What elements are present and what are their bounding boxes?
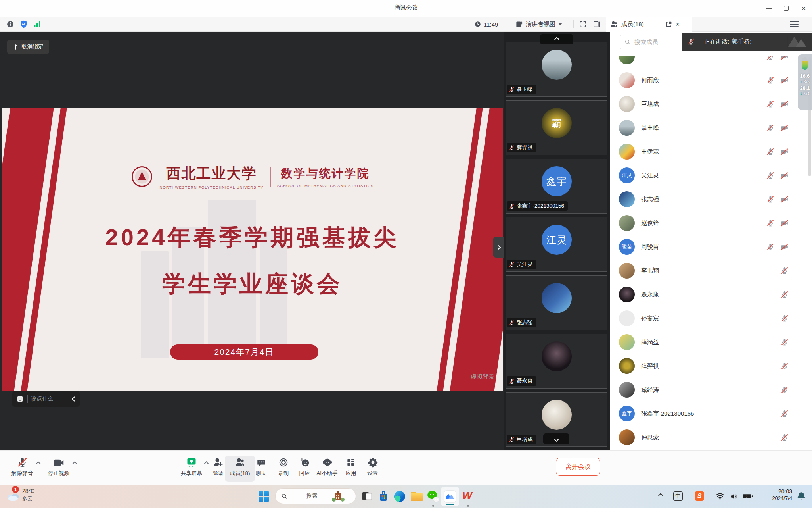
member-row[interactable] <box>610 56 807 68</box>
member-row[interactable]: 仲思蒙 <box>610 425 807 448</box>
members-panel-tab[interactable]: 成员(18) × <box>606 17 692 32</box>
volume-status[interactable] <box>730 493 739 500</box>
member-row[interactable]: 张志强 <box>610 187 807 211</box>
member-row[interactable]: 江灵 吴江灵 <box>610 164 807 187</box>
expand-thumbnails-button[interactable] <box>493 237 504 258</box>
member-name: 巨培成 <box>641 92 659 116</box>
member-camera-off-icon[interactable] <box>780 243 789 251</box>
meeting-info-icon[interactable] <box>6 20 14 28</box>
member-row[interactable]: 聂永康 <box>610 283 807 306</box>
start-button[interactable] <box>259 491 269 502</box>
member-row[interactable]: 赵俊锋 <box>610 211 807 235</box>
member-camera-off-icon[interactable] <box>780 100 789 108</box>
video-tile[interactable]: 江灵 吴江灵 <box>506 217 607 272</box>
member-row[interactable]: 骏苗 周骏苗 <box>610 235 807 259</box>
video-tile[interactable]: 聂玉峰 <box>506 42 607 97</box>
tencent-meeting-taskbar-button[interactable] <box>441 487 459 506</box>
menu-hamburger-icon[interactable] <box>790 21 799 27</box>
video-tile[interactable]: 张志强 <box>506 275 607 330</box>
window-close-button[interactable]: × <box>797 3 810 13</box>
member-row[interactable]: 巨培成 <box>610 92 807 116</box>
task-view-button[interactable] <box>362 491 373 502</box>
member-mic-muted-icon[interactable] <box>766 219 774 227</box>
network-speed-monitor[interactable]: 16.6 ↑ K/s 28.1 ↓ K/s <box>798 54 812 110</box>
window-maximize-button[interactable] <box>779 3 793 13</box>
member-row[interactable]: 聂玉峰 <box>610 116 807 140</box>
side-panel-toggle-button[interactable] <box>593 17 601 32</box>
file-explorer-button[interactable] <box>411 492 423 501</box>
member-row[interactable]: 薛涵益 <box>610 330 807 354</box>
wps-office-button[interactable]: W <box>462 490 472 502</box>
member-row[interactable]: 李韦翔 <box>610 259 807 283</box>
member-mic-muted-icon[interactable] <box>766 124 774 132</box>
video-tile[interactable]: 聂永康 <box>506 334 607 389</box>
member-mic-muted-icon[interactable] <box>781 338 789 346</box>
battery-status[interactable] <box>742 493 753 499</box>
member-avatar <box>619 310 635 326</box>
wifi-status[interactable] <box>715 493 725 500</box>
member-mic-muted-icon[interactable] <box>781 386 789 394</box>
scroll-strip-down-button[interactable] <box>543 433 569 444</box>
window-minimize-button[interactable] <box>762 3 776 13</box>
quick-chat-input[interactable]: 说点什么... <box>12 391 80 407</box>
logo-divider <box>270 167 271 187</box>
member-camera-off-icon[interactable] <box>780 124 789 132</box>
member-mic-muted-icon[interactable] <box>781 433 789 441</box>
member-row[interactable]: 何雨欣 <box>610 68 807 92</box>
member-camera-off-icon[interactable] <box>780 76 789 85</box>
member-mic-muted-icon[interactable] <box>766 148 774 156</box>
member-row[interactable]: 王伊霖 <box>610 140 807 164</box>
member-mic-muted-icon[interactable] <box>766 76 774 84</box>
share-screen-button[interactable]: 共享屏幕 <box>176 456 207 482</box>
member-camera-off-icon[interactable] <box>780 171 789 180</box>
edge-browser-button[interactable] <box>394 491 405 502</box>
emoji-icon[interactable] <box>16 395 24 403</box>
sogou-input-button[interactable]: S <box>695 491 704 501</box>
unlock-pin-button[interactable]: 取消锁定 <box>7 40 49 54</box>
member-mic-muted-icon[interactable] <box>766 171 774 179</box>
member-mic-muted-icon[interactable] <box>781 267 789 275</box>
taskbar-clock[interactable]: 20:03 2024/7/4 <box>761 488 792 501</box>
member-mic-muted-icon[interactable] <box>781 291 789 298</box>
network-signal-icon[interactable] <box>33 21 41 28</box>
microsoft-store-button[interactable] <box>377 490 389 502</box>
participant-nametag: 聂玉峰 <box>507 85 536 94</box>
security-shield-icon[interactable] <box>19 20 28 29</box>
stop-video-button[interactable]: 停止视频 <box>44 456 74 482</box>
member-mic-muted-icon[interactable] <box>766 56 774 60</box>
settings-button[interactable]: 设置 <box>358 456 388 482</box>
search-highlight-image[interactable] <box>331 490 353 502</box>
member-mic-muted-icon[interactable] <box>766 243 774 251</box>
fullscreen-button[interactable] <box>579 17 587 32</box>
ime-chinese-label: 中 <box>673 491 683 501</box>
video-tile[interactable]: 霸 薛羿祺 <box>506 100 607 155</box>
member-mic-muted-icon[interactable] <box>766 195 774 203</box>
popout-panel-icon[interactable] <box>665 21 672 28</box>
leave-meeting-button[interactable]: 离开会议 <box>556 458 600 476</box>
member-row[interactable]: 孙睿宸 <box>610 306 807 330</box>
member-row[interactable]: 臧经涛 <box>610 378 807 402</box>
video-tile[interactable]: 鑫宇 张鑫宇-2021300156 <box>506 159 607 214</box>
wechat-button[interactable] <box>427 491 439 502</box>
notification-center-button[interactable] <box>796 491 806 501</box>
member-camera-off-icon[interactable] <box>780 148 789 156</box>
member-name: 孙睿宸 <box>641 306 659 330</box>
collapse-chat-icon[interactable] <box>72 396 77 402</box>
member-row[interactable]: 薛羿祺 <box>610 354 807 378</box>
member-mic-muted-icon[interactable] <box>781 410 789 418</box>
member-camera-off-icon[interactable] <box>780 56 789 61</box>
member-mic-muted-icon[interactable] <box>781 362 789 370</box>
collapse-strip-button[interactable] <box>540 34 573 44</box>
chat-input-placeholder[interactable]: 说点什么... <box>31 395 66 402</box>
ime-indicator[interactable]: 中 <box>673 491 683 501</box>
view-mode-selector[interactable]: 演讲者视图 <box>515 17 562 32</box>
unmute-mic-button[interactable]: 解除静音 <box>7 456 37 482</box>
taskbar-search-input[interactable]: 搜索 <box>275 488 356 504</box>
close-panel-icon[interactable]: × <box>676 20 680 29</box>
member-mic-muted-icon[interactable] <box>781 314 789 322</box>
member-mic-muted-icon[interactable] <box>766 100 774 108</box>
tray-expand-button[interactable] <box>659 494 663 497</box>
member-camera-off-icon[interactable] <box>780 195 789 204</box>
member-camera-off-icon[interactable] <box>780 219 789 227</box>
member-row[interactable]: 鑫宇 张鑫宇-2021300156 <box>610 402 807 425</box>
